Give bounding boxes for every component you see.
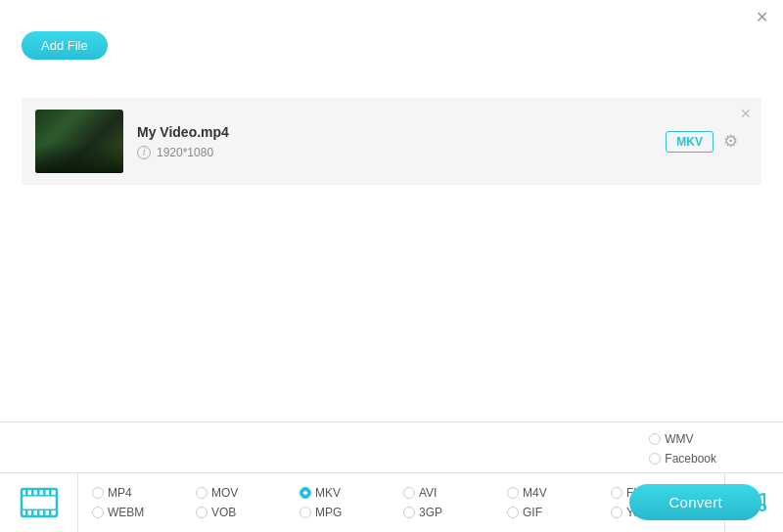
svg-rect-1	[22, 495, 57, 497]
convert-button[interactable]: Convert	[629, 484, 761, 520]
svg-rect-4	[31, 489, 34, 495]
radio-avi	[403, 487, 415, 499]
radio-vob	[196, 507, 207, 518]
format-options-grid: MP4 MOV MKV AVI M4V FLV WEBM VOB	[78, 473, 724, 532]
window-close-button[interactable]: ✕	[754, 10, 769, 25]
label-mov: MOV	[211, 486, 238, 500]
file-meta: i 1920*1080	[137, 146, 666, 159]
video-format-tab[interactable]	[0, 473, 78, 532]
svg-rect-3	[25, 489, 28, 495]
radio-m4v	[507, 487, 519, 499]
label-gif: GIF	[523, 506, 542, 519]
title-bar: ✕	[0, 0, 783, 31]
radio-mov	[196, 487, 207, 499]
radio-mkv	[299, 487, 311, 499]
remove-file-button[interactable]: ✕	[740, 106, 752, 121]
format-option-mov[interactable]: MOV	[196, 486, 296, 500]
radio-youtube	[611, 507, 622, 518]
file-info: My Video.mp4 i 1920*1080	[137, 124, 666, 159]
radio-facebook	[649, 453, 661, 465]
svg-rect-11	[43, 510, 46, 516]
file-resolution: 1920*1080	[157, 146, 213, 159]
radio-mpg	[299, 507, 311, 518]
svg-rect-7	[49, 489, 52, 495]
radio-3gp	[403, 507, 415, 518]
format-option-facebook[interactable]: Facebook	[649, 452, 716, 466]
add-file-button[interactable]: Add File	[22, 31, 108, 60]
svg-rect-12	[49, 510, 52, 516]
video-thumbnail	[35, 110, 123, 173]
file-item-container: My Video.mp4 i 1920*1080 MKV ⚙ ✕	[22, 98, 761, 185]
format-option-avi[interactable]: AVI	[403, 486, 503, 500]
label-wmv: WMV	[665, 432, 693, 446]
label-webm: WEBM	[108, 506, 144, 519]
format-option-vob[interactable]: VOB	[196, 506, 296, 519]
label-3gp: 3GP	[419, 506, 442, 519]
label-avi: AVI	[419, 486, 437, 500]
svg-rect-10	[37, 510, 40, 516]
file-actions: MKV ⚙	[666, 131, 738, 153]
info-icon: i	[137, 146, 151, 159]
radio-webm	[92, 507, 104, 518]
format-option-gif[interactable]: GIF	[507, 506, 607, 519]
radio-flv	[611, 487, 622, 499]
format-option-webm[interactable]: WEBM	[92, 506, 192, 519]
label-mpg: MPG	[315, 506, 342, 519]
format-option-wmv[interactable]: WMV	[649, 432, 716, 446]
format-badge[interactable]: MKV	[666, 131, 714, 153]
svg-rect-8	[25, 510, 28, 516]
radio-wmv	[649, 433, 661, 445]
svg-rect-9	[31, 510, 34, 516]
svg-rect-5	[37, 489, 40, 495]
label-mp4: MP4	[108, 486, 132, 500]
radio-mp4	[92, 487, 104, 499]
format-option-mpg[interactable]: MPG	[299, 506, 399, 519]
extra-formats: WMV Facebook	[649, 432, 716, 466]
label-m4v: M4V	[523, 486, 547, 500]
label-vob: VOB	[211, 506, 236, 519]
svg-rect-6	[43, 489, 46, 495]
format-option-mkv[interactable]: MKV	[299, 486, 399, 500]
svg-rect-2	[22, 510, 57, 511]
format-option-3gp[interactable]: 3GP	[403, 506, 503, 519]
format-option-m4v[interactable]: M4V	[507, 486, 607, 500]
film-icon	[20, 483, 59, 522]
radio-gif	[507, 507, 519, 518]
separator	[0, 421, 783, 422]
format-option-mp4[interactable]: MP4	[92, 486, 192, 500]
label-facebook: Facebook	[665, 452, 716, 466]
file-name: My Video.mp4	[137, 124, 666, 140]
settings-icon[interactable]: ⚙	[723, 131, 738, 152]
label-mkv: MKV	[315, 486, 341, 500]
